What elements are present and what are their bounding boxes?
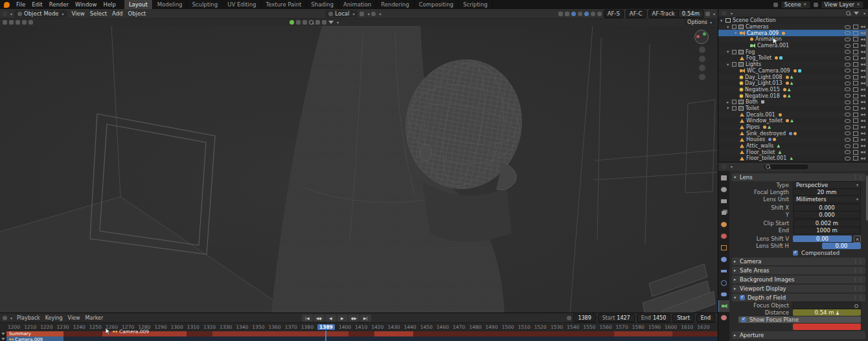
zoom-icon[interactable]: [699, 47, 705, 53]
hide-in-viewport-icon[interactable]: [845, 126, 851, 129]
topbar-menu-item[interactable]: Render: [46, 1, 72, 8]
hide-in-viewport-icon[interactable]: [845, 87, 851, 91]
topbar-menu-item[interactable]: Help: [100, 1, 119, 8]
toggle-ortho-icon[interactable]: [699, 74, 705, 80]
depth-of-field-panel-header[interactable]: Depth of Field: [732, 294, 865, 302]
tab-view-layer[interactable]: [718, 207, 729, 219]
hide-in-viewport-icon[interactable]: [845, 150, 851, 154]
outliner-row[interactable]: Cameras: [718, 24, 868, 30]
mirror-x-icon[interactable]: [315, 20, 320, 25]
disable-in-viewports-icon[interactable]: [853, 94, 858, 98]
outliner-row[interactable]: Decals.001: [718, 111, 868, 118]
outliner-row[interactable]: Day_Light.008: [718, 74, 868, 80]
collapse-arrow-icon[interactable]: [734, 268, 740, 273]
render-preview-icon[interactable]: [296, 20, 301, 25]
tab-object[interactable]: [718, 242, 729, 254]
outliner-row[interactable]: Pipes: [718, 124, 868, 131]
disable-in-renders-icon[interactable]: [861, 63, 865, 66]
workspace-tab[interactable]: Sculpting: [187, 0, 223, 9]
disable-in-renders-icon[interactable]: [861, 56, 865, 60]
hide-in-viewport-icon[interactable]: [845, 82, 851, 85]
outliner-display-mode-icon[interactable]: [722, 11, 726, 16]
disable-in-renders-icon[interactable]: [861, 144, 865, 148]
expand-arrow-icon[interactable]: [727, 105, 732, 111]
viewport-menu-item[interactable]: Object: [125, 10, 148, 17]
viewport-menu-item[interactable]: Add: [109, 10, 125, 17]
scene-selector[interactable]: Scene ✕: [781, 1, 811, 9]
tab-object-data[interactable]: [718, 300, 729, 312]
disable-in-viewports-icon[interactable]: [853, 37, 858, 41]
cursor-tool-icon[interactable]: [29, 20, 33, 25]
jump-to-start-button[interactable]: |◀: [302, 314, 313, 322]
collection-checkbox[interactable]: [732, 62, 737, 67]
options-button[interactable]: Options▾: [684, 19, 715, 25]
outliner-row[interactable]: Camera.009: [718, 30, 868, 36]
disable-in-viewports-icon[interactable]: [853, 25, 858, 29]
workspace-tab[interactable]: Layout: [124, 0, 153, 9]
disable-in-viewports-icon[interactable]: [853, 75, 858, 80]
hide-in-viewport-icon[interactable]: [845, 94, 851, 98]
properties-search-input[interactable]: [763, 164, 809, 170]
hide-in-viewport-icon[interactable]: [845, 31, 851, 35]
pan-icon[interactable]: [699, 56, 705, 62]
set-start-button[interactable]: Start: [672, 314, 694, 322]
gizmo-toggle-icon[interactable]: [558, 12, 563, 16]
outliner-row[interactable]: Animation: [718, 36, 868, 43]
timeline-menu-item[interactable]: Playback: [14, 315, 43, 321]
outliner-row[interactable]: Houses: [718, 137, 868, 143]
disable-in-renders-icon[interactable]: [861, 44, 865, 47]
tab-output[interactable]: [718, 195, 729, 207]
timeline-menu-item[interactable]: Marker: [83, 315, 106, 321]
expand-arrow-icon[interactable]: [720, 18, 725, 23]
tweak-tool-icon[interactable]: [3, 20, 7, 25]
disable-in-viewports-icon[interactable]: [853, 144, 858, 148]
filter-funnel-icon[interactable]: [854, 12, 859, 15]
shading-material-icon[interactable]: [591, 12, 595, 16]
view-layer-selector[interactable]: View Layer ✕: [821, 1, 864, 9]
workspace-tab[interactable]: Animation: [339, 0, 376, 9]
workspace-tab[interactable]: Shading: [306, 0, 339, 9]
workspace-tab[interactable]: Modeling: [153, 0, 188, 9]
properties-section-header[interactable]: Background Images: [732, 276, 865, 283]
outliner-row[interactable]: Toilet: [718, 105, 868, 112]
close-icon[interactable]: ✕: [856, 2, 860, 7]
shading-wireframe-icon[interactable]: [578, 12, 582, 16]
jump-to-end-button[interactable]: ▶|: [360, 314, 371, 322]
switch-view-icon[interactable]: [303, 20, 307, 25]
search-icon[interactable]: [846, 11, 851, 16]
outliner-row[interactable]: Negative.015: [718, 87, 868, 93]
disable-in-viewports-icon[interactable]: [853, 81, 858, 85]
camera-keyframe-track[interactable]: [63, 336, 718, 341]
disable-in-renders-icon[interactable]: [861, 126, 865, 129]
timeline-menu-item[interactable]: Keying: [43, 315, 65, 321]
camera-view-icon[interactable]: [699, 65, 705, 71]
disable-in-viewports-icon[interactable]: [853, 69, 858, 73]
hide-in-viewport-icon[interactable]: [845, 144, 851, 148]
tab-tool[interactable]: [718, 172, 729, 184]
disable-in-renders-icon[interactable]: [861, 107, 865, 110]
tab-render[interactable]: [718, 184, 729, 195]
hide-in-viewport-icon[interactable]: [845, 138, 851, 142]
workspace-tab[interactable]: Texture Paint: [262, 0, 307, 9]
lens-type-dropdown[interactable]: Perspective: [793, 181, 861, 189]
outliner-row[interactable]: Lights: [718, 61, 868, 68]
collapse-arrow-icon[interactable]: [734, 295, 740, 300]
editor-type-icon[interactable]: [3, 12, 7, 16]
properties-section-header[interactable]: Viewport Display: [732, 285, 865, 292]
outliner-row[interactable]: Camera.001: [718, 43, 868, 49]
expand-arrow-icon[interactable]: [735, 30, 740, 36]
channel-filter-icon[interactable]: [0, 331, 6, 336]
tab-constraints[interactable]: [718, 289, 729, 300]
panel-menu-icon[interactable]: [853, 175, 863, 180]
panel-menu-icon[interactable]: [853, 259, 863, 264]
outliner-row[interactable]: Floor_toilet: [718, 149, 868, 155]
play-button[interactable]: ▶: [337, 314, 348, 322]
disable-in-renders-icon[interactable]: [861, 151, 865, 154]
hide-in-viewport-icon[interactable]: [845, 131, 851, 135]
expand-arrow-icon[interactable]: [727, 100, 732, 105]
af-distance-value[interactable]: 0.54m: [679, 10, 703, 18]
topbar-menu-item[interactable]: Edit: [29, 1, 45, 8]
collection-checkbox[interactable]: [732, 25, 737, 29]
tab-scene[interactable]: [718, 219, 729, 230]
expand-arrow-icon[interactable]: [727, 49, 732, 54]
